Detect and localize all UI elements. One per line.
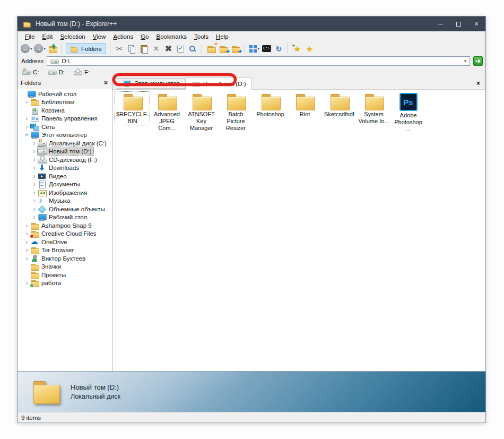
expander-icon[interactable] bbox=[23, 255, 30, 262]
tree-item-documents[interactable]: Документы bbox=[18, 180, 112, 189]
folders-toggle-button[interactable]: Folders bbox=[66, 43, 106, 54]
views-dropdown-icon[interactable]: ▾ bbox=[257, 46, 259, 51]
maximize-button[interactable] bbox=[449, 16, 467, 31]
tree-item-control-panel[interactable]: Панель управления bbox=[18, 115, 112, 123]
file-item-adobe-photoshop[interactable]: PsAdobe Photoshop ... bbox=[391, 92, 425, 133]
file-item-batch-picture[interactable]: Batch Picture Resizer bbox=[219, 92, 253, 132]
menu-actions[interactable]: Actions bbox=[109, 32, 137, 41]
menu-go[interactable]: Go bbox=[137, 32, 152, 41]
menu-edit[interactable]: Edit bbox=[39, 32, 57, 41]
file-item-system-volume[interactable]: System Volume In... bbox=[357, 92, 391, 125]
forward-dropdown-icon[interactable]: ▾ bbox=[44, 46, 46, 51]
forward-button[interactable]: →▾ bbox=[34, 43, 46, 54]
tree-item-recycle-bin[interactable]: Корзина bbox=[18, 106, 112, 115]
expander-icon[interactable] bbox=[23, 99, 30, 105]
properties-button[interactable] bbox=[175, 43, 186, 54]
new-folder-button[interactable]: ★ bbox=[206, 43, 216, 54]
tree-item-creative-cloud[interactable]: Creative Cloud Files bbox=[18, 230, 112, 238]
address-combobox[interactable]: D:\ ▾ bbox=[47, 56, 470, 66]
menu-bookmarks[interactable]: Bookmarks bbox=[153, 32, 191, 41]
tree-item-work[interactable]: ✓работа bbox=[18, 279, 112, 288]
menu-selection[interactable]: Selection bbox=[56, 32, 89, 41]
expander-icon[interactable] bbox=[31, 197, 38, 204]
refresh-button[interactable]: ↻ bbox=[273, 43, 284, 54]
expander-icon[interactable] bbox=[23, 124, 30, 130]
tree-item-icons[interactable]: Значки bbox=[18, 263, 112, 271]
bookmarks-button[interactable]: ★ bbox=[304, 43, 315, 54]
tab-close-icon[interactable]: × bbox=[476, 80, 480, 87]
cut-button[interactable]: ✂ bbox=[114, 43, 125, 54]
copy-to-button[interactable]: ➜ bbox=[218, 43, 229, 54]
expander-icon[interactable] bbox=[23, 115, 30, 122]
up-button[interactable] bbox=[47, 43, 58, 54]
tree-item-downloads[interactable]: Downloads bbox=[18, 164, 112, 173]
file-item-sketcsdfsdf[interactable]: Sketcsdfsdf bbox=[322, 92, 357, 118]
tree-item-user[interactable]: Виктор Бухтеев bbox=[18, 254, 112, 263]
file-item-photoshop[interactable]: Photoshop bbox=[253, 92, 288, 118]
back-button[interactable]: ←▾ bbox=[21, 43, 32, 54]
tree-item-tor-browser[interactable]: Tor Browser bbox=[18, 246, 112, 255]
tree-item-network[interactable]: Сеть bbox=[18, 123, 112, 131]
search-button[interactable] bbox=[187, 43, 198, 54]
expander-icon[interactable] bbox=[31, 190, 38, 196]
expander-icon[interactable] bbox=[23, 247, 30, 253]
tree-item-pictures[interactable]: Изображения bbox=[18, 188, 112, 197]
file-item-riot[interactable]: Riot bbox=[288, 92, 322, 118]
address-value[interactable]: D:\ bbox=[62, 58, 458, 64]
delete-permanent-icon: ✖ bbox=[165, 45, 172, 53]
expander-icon[interactable] bbox=[31, 165, 38, 171]
tab-new-volume-d[interactable]: Новый том (D:) bbox=[186, 78, 252, 90]
tree-item-3d-objects[interactable]: Объемные объекты bbox=[18, 205, 112, 213]
tab-this-pc[interactable]: Этот компьютер bbox=[117, 78, 186, 89]
tree-item-desktop[interactable]: Рабочий стол bbox=[18, 90, 112, 98]
tree-item-onedrive[interactable]: OneDrive bbox=[18, 238, 112, 246]
views-button[interactable]: ▾ bbox=[249, 43, 259, 54]
tree-item-drive-c[interactable]: Локальный диск (C:) bbox=[18, 139, 112, 148]
expander-icon[interactable] bbox=[31, 214, 38, 220]
command-prompt-button[interactable]: C:\ bbox=[261, 43, 272, 54]
paste-button[interactable] bbox=[138, 43, 149, 54]
menu-file[interactable]: File bbox=[21, 32, 39, 41]
close-button[interactable]: × bbox=[467, 16, 485, 31]
tree-item-libraries[interactable]: Библиотеки bbox=[18, 98, 112, 107]
menu-help[interactable]: Help bbox=[212, 32, 232, 41]
toolbar-separator bbox=[202, 44, 202, 54]
add-bookmark-button[interactable]: ★+ bbox=[292, 43, 302, 54]
expander-icon[interactable] bbox=[31, 140, 38, 147]
move-to-button[interactable]: ➜ bbox=[230, 43, 241, 54]
menu-tools[interactable]: Tools bbox=[190, 32, 212, 41]
tree-item-this-pc[interactable]: Этот компьютер bbox=[18, 131, 112, 140]
file-item-advanced-jpeg[interactable]: Advanced JPEG Com... bbox=[150, 92, 184, 132]
tree-item-drive-d[interactable]: Новый том (D:) bbox=[18, 148, 112, 156]
minimize-button[interactable] bbox=[431, 16, 449, 31]
tree-item-projects[interactable]: Проекты bbox=[18, 271, 112, 279]
expander-icon[interactable] bbox=[31, 157, 38, 163]
drive-button-d[interactable]: D: bbox=[48, 68, 65, 76]
tree-item-drive-f[interactable]: CD-дисковод (F:) bbox=[18, 156, 112, 164]
drive-button-c[interactable]: C: bbox=[22, 68, 39, 76]
delete-permanently-button[interactable]: ✖ bbox=[163, 43, 173, 54]
tree-item-desktop-2[interactable]: Рабочий стол bbox=[18, 213, 112, 222]
expander-icon[interactable] bbox=[31, 206, 38, 212]
expander-icon[interactable] bbox=[23, 132, 30, 138]
main-toolbar: ←▾ →▾ Folders ✂ × ✖ ★ ➜ ➜ ▾ C:\ ↻ ★+ ★ bbox=[18, 42, 485, 55]
copy-button[interactable] bbox=[126, 43, 137, 54]
expander-icon[interactable] bbox=[31, 173, 38, 179]
expander-icon[interactable] bbox=[31, 181, 38, 187]
tree-item-ashampoo[interactable]: Ashampoo Snap 9 bbox=[18, 221, 112, 230]
expander-icon[interactable] bbox=[23, 239, 30, 245]
address-dropdown-icon[interactable]: ▾ bbox=[461, 58, 470, 64]
title-bar[interactable]: Новый том (D:) - Explorer++ × bbox=[18, 16, 485, 31]
expander-icon[interactable] bbox=[23, 222, 30, 229]
tree-item-videos[interactable]: Видео bbox=[18, 172, 112, 180]
menu-view[interactable]: View bbox=[89, 32, 110, 41]
delete-button[interactable]: × bbox=[151, 43, 161, 54]
folders-pane-close-icon[interactable]: × bbox=[103, 79, 109, 87]
back-dropdown-icon[interactable]: ▾ bbox=[30, 46, 32, 51]
file-item-atnsoft[interactable]: ATNSOFT Key Manager bbox=[184, 92, 219, 132]
file-item-recycle-bin[interactable]: $RECYCLE.BIN bbox=[115, 92, 150, 125]
go-button[interactable]: ➜ bbox=[473, 56, 483, 66]
expander-icon[interactable] bbox=[31, 148, 38, 154]
drive-button-f[interactable]: F: bbox=[73, 68, 90, 76]
tree-item-music[interactable]: Музыка bbox=[18, 197, 112, 205]
